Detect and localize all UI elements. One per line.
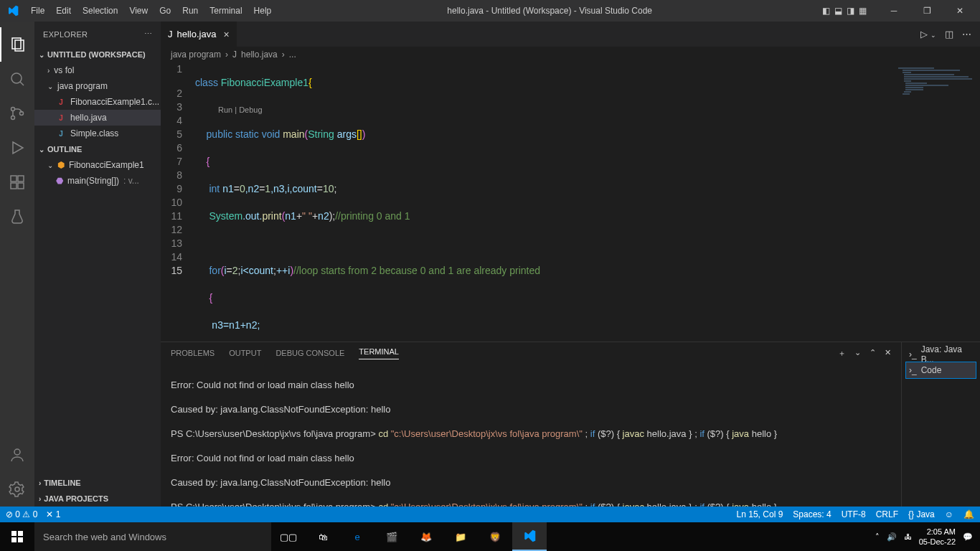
close-panel-icon[interactable]: ✕ (885, 348, 891, 359)
edge-browser-icon[interactable]: е (340, 522, 374, 551)
menu-go[interactable]: Go (154, 6, 176, 16)
tab-terminal[interactable]: TERMINAL (359, 347, 399, 359)
breadcrumb[interactable]: java program › J hello.java › ... (161, 47, 980, 62)
editor[interactable]: 1 2 3 4 5 6 7 8 9 10 11 12 13 14 15 clas… (161, 62, 980, 342)
close-tab-icon[interactable]: × (223, 29, 229, 40)
terminal-entry-java[interactable]: ›_Java: Java B... (906, 347, 976, 362)
terminal-dropdown-icon[interactable]: ⌄ (854, 348, 861, 359)
status-indentation[interactable]: Spaces: 4 (793, 509, 831, 519)
layout-panel-left-icon[interactable]: ◧ (822, 6, 830, 16)
outline-section-header[interactable]: ⌄ OUTLINE (34, 141, 161, 157)
layout-panel-bottom-icon[interactable]: ⬓ (834, 6, 842, 16)
start-button[interactable] (0, 531, 34, 542)
workspace-section-header[interactable]: ⌄ UNTITLED (WORKSPACE) (34, 47, 161, 62)
source-control-icon[interactable] (0, 96, 34, 131)
breadcrumb-separator: › (282, 50, 285, 60)
vscode-taskbar-icon[interactable] (512, 522, 547, 551)
terminal-entry-code[interactable]: ›_Code (906, 362, 976, 378)
accounts-icon[interactable] (0, 438, 34, 472)
svg-rect-16 (11, 537, 17, 542)
svg-point-13 (15, 487, 19, 491)
menu-terminal[interactable]: Terminal (204, 6, 248, 16)
terminal-content[interactable]: Error: Could not find or load main class… (161, 364, 901, 507)
taskbar-clock[interactable]: 2:05 AM 05-Dec-22 (919, 527, 956, 547)
maximize-panel-icon[interactable]: ⌃ (870, 348, 876, 359)
breadcrumb-folder[interactable]: java program (171, 50, 221, 60)
store-icon[interactable]: 🛍 (306, 522, 340, 551)
menu-run[interactable]: Run (176, 6, 204, 16)
layout-customize-icon[interactable]: ▦ (859, 6, 867, 16)
tab-label: hello.java (177, 29, 217, 39)
terminal-list: ›_Java: Java B... ›_Code (901, 342, 980, 507)
task-view-icon[interactable]: ▢▢ (271, 522, 306, 551)
menu-edit[interactable]: Edit (50, 6, 77, 16)
system-tray-chevron-icon[interactable]: ˄ (875, 532, 880, 542)
folder-java-program[interactable]: ⌄ java program (34, 78, 161, 94)
tab-hello-java[interactable]: J hello.java × (161, 22, 237, 47)
breadcrumb-file[interactable]: hello.java (241, 50, 278, 60)
minimap[interactable] (894, 62, 980, 342)
file-fibonacci[interactable]: J FibonacciExample1.c... (34, 94, 161, 110)
menu-view[interactable]: View (123, 6, 154, 16)
menu-file[interactable]: File (25, 6, 50, 16)
java-projects-section-header[interactable]: › JAVA PROJECTS (34, 491, 161, 507)
run-button-icon[interactable]: ▷ ⌄ (920, 29, 936, 39)
menu-selection[interactable]: Selection (77, 6, 123, 16)
volume-icon[interactable]: 🔊 (887, 532, 897, 542)
file-label: FibonacciExample1.c... (70, 97, 159, 107)
terminal-entry-label: Code (921, 365, 942, 375)
breadcrumb-symbol[interactable]: ... (289, 50, 296, 60)
outline-return-type: : v... (123, 176, 139, 186)
tab-output[interactable]: OUTPUT (229, 349, 261, 357)
method-icon: ⬣ (56, 176, 63, 186)
windows-taskbar: Search the web and Windows ▢▢ 🛍 е 🎬 🦊 📁 … (0, 522, 980, 551)
search-icon[interactable] (0, 62, 34, 96)
code-content[interactable]: class FibonacciExample1{ Run | Debug pub… (195, 62, 980, 342)
java-file-icon: J (232, 50, 237, 60)
action-center-icon[interactable]: 💬 (963, 532, 973, 542)
more-editor-actions-icon[interactable]: ⋯ (962, 29, 971, 39)
run-debug-icon[interactable] (0, 131, 34, 165)
menu-help[interactable]: Help (248, 6, 278, 16)
workspace-name: UNTITLED (WORKSPACE) (47, 50, 146, 59)
status-cursor-position[interactable]: Ln 15, Col 9 (737, 509, 783, 519)
file-simple-class[interactable]: J Simple.class (34, 126, 161, 141)
chevron-right-icon: › (39, 479, 41, 487)
file-explorer-icon[interactable]: 📁 (443, 522, 478, 551)
window-restore-button[interactable]: ❐ (910, 0, 943, 22)
split-editor-icon[interactable]: ◫ (945, 29, 953, 39)
new-terminal-icon[interactable]: ＋ (838, 348, 846, 359)
status-notifications-icon[interactable]: 🔔 (963, 509, 974, 519)
more-actions-icon[interactable]: ⋯ (144, 29, 152, 39)
folder-vs-fol[interactable]: › vs fol (34, 62, 161, 78)
status-eol[interactable]: CRLF (876, 509, 898, 519)
outline-method-main[interactable]: ⬣ main(String[]) : v... (34, 173, 161, 189)
window-minimize-button[interactable]: ─ (877, 0, 910, 22)
taskbar-search[interactable]: Search the web and Windows (34, 522, 271, 551)
timeline-section-header[interactable]: › TIMELINE (34, 475, 161, 491)
outline-class[interactable]: ⌄ ⬢ FibonacciExample1 (34, 157, 161, 173)
brave-icon[interactable]: 🦁 (478, 522, 512, 551)
status-encoding[interactable]: UTF-8 (842, 509, 866, 519)
layout-panel-right-icon[interactable]: ◨ (847, 6, 854, 16)
clock-date: 05-Dec-22 (919, 537, 956, 547)
status-language-mode[interactable]: {} Java (908, 509, 935, 519)
status-ports[interactable]: ✕ 1 (46, 509, 60, 519)
file-hello-java[interactable]: J hello.java (34, 110, 161, 126)
svg-point-12 (14, 449, 20, 455)
status-errors-warnings[interactable]: ⊘ 0 ⚠ 0 (6, 509, 37, 519)
firefox-icon[interactable]: 🦊 (409, 522, 443, 551)
network-icon[interactable]: 🖧 (904, 532, 912, 541)
run-debug-codelens[interactable]: Run | Debug (195, 103, 980, 114)
terminal-line: Error: Could not find or load main class… (171, 452, 891, 464)
tab-problems[interactable]: PROBLEMS (171, 349, 215, 357)
status-feedback-icon[interactable]: ☺ (945, 509, 953, 519)
settings-gear-icon[interactable] (0, 472, 34, 507)
movies-icon[interactable]: 🎬 (374, 522, 409, 551)
extensions-icon[interactable] (0, 165, 34, 199)
window-close-button[interactable]: ✕ (943, 0, 976, 22)
testing-icon[interactable] (0, 199, 34, 234)
tab-debug-console[interactable]: DEBUG CONSOLE (275, 349, 344, 357)
folder-label: vs fol (54, 65, 74, 75)
explorer-icon[interactable] (0, 27, 34, 62)
